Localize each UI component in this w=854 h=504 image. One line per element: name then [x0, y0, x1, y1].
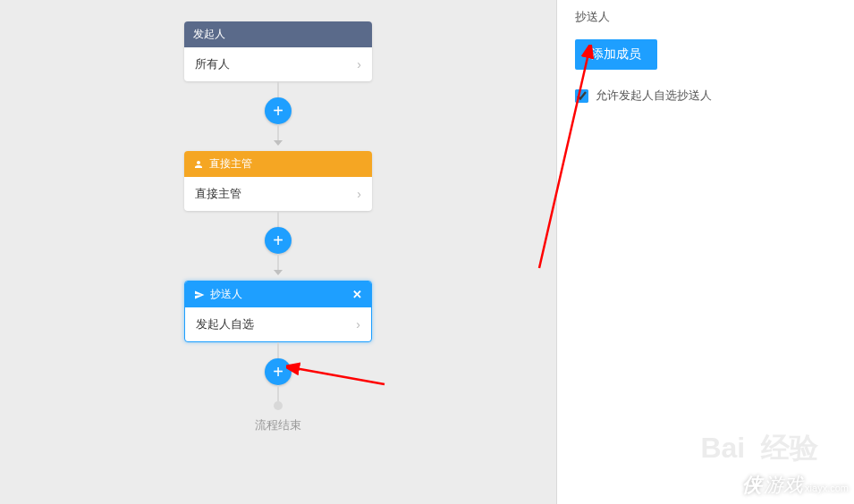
- connector: [277, 124, 279, 140]
- node-initiator-head: 发起人: [184, 21, 372, 47]
- baidu-watermark: Bai 经验: [700, 429, 818, 468]
- add-node-button[interactable]: +: [265, 227, 292, 254]
- config-panel: 抄送人 添加成员 允许发起人自选抄送人 Bai 经验 侠 游戏 xiayx.co…: [556, 0, 854, 504]
- workflow-canvas: 发起人 所有人 › + 直接主管 直接主管 ›: [0, 0, 556, 504]
- site-watermark: 侠 游戏 xiayx.com: [742, 472, 849, 499]
- node-initiator-value: 所有人: [195, 56, 230, 72]
- person-icon: [193, 159, 204, 170]
- allow-self-select-checkbox[interactable]: [575, 89, 588, 103]
- node-cc-title: 抄送人: [210, 287, 347, 302]
- add-node-button[interactable]: +: [265, 358, 292, 385]
- node-cc-body[interactable]: 发起人自选 ›: [185, 307, 371, 341]
- node-approver-body[interactable]: 直接主管 ›: [184, 177, 372, 211]
- chevron-right-icon: ›: [357, 57, 361, 71]
- chevron-right-icon: ›: [357, 187, 361, 201]
- add-member-button[interactable]: 添加成员: [575, 39, 657, 70]
- send-icon: [194, 290, 205, 300]
- connector: [277, 211, 279, 227]
- connector: [277, 342, 279, 358]
- flow-end-label: 流程结束: [255, 417, 301, 433]
- chevron-right-icon: ›: [356, 317, 360, 332]
- node-cc[interactable]: 抄送人 ✕ 发起人自选 ›: [184, 281, 372, 342]
- add-node-button[interactable]: +: [265, 97, 292, 124]
- node-approver-value: 直接主管: [195, 186, 241, 202]
- node-cc-head: 抄送人 ✕: [185, 281, 371, 307]
- connector: [277, 81, 279, 97]
- connector: [277, 385, 279, 401]
- arrow-down-icon: [274, 140, 283, 146]
- allow-self-select-label: 允许发起人自选抄送人: [596, 88, 712, 104]
- node-approver-head: 直接主管: [184, 151, 372, 177]
- node-approver-title: 直接主管: [209, 156, 363, 172]
- close-icon[interactable]: ✕: [352, 288, 362, 301]
- node-initiator-body[interactable]: 所有人 ›: [184, 47, 372, 81]
- connector: [277, 254, 279, 270]
- node-approver[interactable]: 直接主管 直接主管 ›: [184, 151, 372, 211]
- node-initiator[interactable]: 发起人 所有人 ›: [184, 21, 372, 81]
- panel-title: 抄送人: [575, 9, 836, 25]
- node-initiator-title: 发起人: [193, 27, 363, 42]
- arrow-down-icon: [274, 270, 283, 275]
- end-dot: [274, 401, 283, 410]
- node-cc-value: 发起人自选: [196, 316, 254, 332]
